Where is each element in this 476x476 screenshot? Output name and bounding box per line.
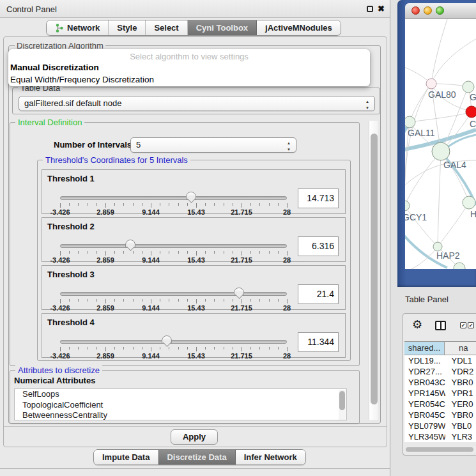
network-canvas[interactable]: GAL80GACGAL11GAL4GCY1HHAP2 <box>405 19 476 269</box>
number-of-intervals-combo[interactable]: 5 ▲▼ <box>130 137 296 153</box>
threshold-slider[interactable]: -3.4262.8599.14415.4321.71528 <box>60 338 287 357</box>
network-edge[interactable] <box>410 112 472 122</box>
slider-track[interactable] <box>60 196 287 200</box>
slider-track[interactable] <box>60 340 287 344</box>
network-edge[interactable] <box>405 247 438 269</box>
network-node[interactable] <box>463 81 474 93</box>
slider-tick <box>269 251 270 254</box>
table-cell[interactable]: YDL19... <box>404 355 445 366</box>
checkbox-icon[interactable]: ✓ <box>460 322 466 328</box>
bottom-tab-infer-network[interactable]: Infer Network <box>236 450 305 464</box>
gear-icon[interactable]: ⚙ <box>412 319 422 330</box>
threshold-slider[interactable]: -3.4262.8599.14415.4321.71528 <box>60 194 287 213</box>
minimize-traffic-light-icon[interactable] <box>424 6 432 15</box>
numerical-attributes-label: Numerical Attributes <box>14 376 95 385</box>
table-horizontal-scrollbar[interactable] <box>405 447 476 452</box>
table-data-combo[interactable]: galFiltered.sif default node ▲▼ <box>19 96 375 111</box>
slider-tick <box>88 347 88 349</box>
tab-cyni-toolbox[interactable]: Cyni Toolbox <box>188 20 257 35</box>
table-cell[interactable]: YBR043C <box>404 377 445 388</box>
table-cell[interactable]: YER0 <box>445 399 476 410</box>
tab-jactivemnodules[interactable]: jActiveMNodules <box>257 20 341 35</box>
table-cell[interactable]: YBR0 <box>445 410 476 420</box>
apply-button[interactable]: Apply <box>171 429 218 445</box>
network-node[interactable] <box>466 106 476 118</box>
slider-track[interactable] <box>60 292 287 296</box>
table-row[interactable]: YBR045CYBR0 <box>404 410 476 420</box>
network-node[interactable] <box>405 201 410 211</box>
network-edge[interactable] <box>405 151 441 206</box>
slider-thumb[interactable] <box>234 288 244 296</box>
table-cell[interactable]: YBL079W <box>404 420 445 431</box>
tab-style[interactable]: Style <box>109 20 146 35</box>
threshold-value-field[interactable]: 11.344 <box>298 332 339 352</box>
slider-tick <box>287 251 288 256</box>
algorithm-popup-item[interactable]: Equal Width/Frequency Discretization <box>10 75 154 84</box>
attribute-item[interactable]: TopologicalCoefficient <box>15 400 346 411</box>
threshold-value-field[interactable]: 14.713 <box>298 188 339 208</box>
table-cell[interactable]: YPR145W <box>404 388 445 399</box>
table-cell[interactable]: YLR3 <box>445 431 476 442</box>
slider-tick <box>60 203 61 208</box>
network-edge[interactable] <box>431 39 476 84</box>
tab-network[interactable]: Network <box>47 20 109 35</box>
close-icon[interactable]: ✖ <box>378 4 385 13</box>
table-cell[interactable]: YDR27... <box>404 366 445 377</box>
table-row[interactable]: YDL19...YDL1 <box>404 355 476 366</box>
table-cell[interactable]: YDL1 <box>445 355 476 366</box>
attribute-item[interactable]: BetweennessCentrality <box>15 410 346 420</box>
network-node[interactable] <box>433 242 442 251</box>
network-window[interactable]: GAL80GACGAL11GAL4GCY1HHAP2 <box>397 0 476 287</box>
table-cell[interactable]: YPR1 <box>445 388 476 399</box>
table-column-header[interactable]: shared... <box>404 342 445 355</box>
table-row[interactable]: YPR145WYPR1 <box>404 388 476 399</box>
table-column-header[interactable]: na <box>445 342 476 355</box>
slider-thumb[interactable] <box>125 240 135 248</box>
attributes-scrollbar[interactable] <box>339 390 346 420</box>
slider-tick <box>123 299 124 302</box>
table-row[interactable]: YLR345WYLR3 <box>404 431 476 442</box>
slider-thumb[interactable] <box>162 335 172 344</box>
table-row[interactable]: YER054CYER0 <box>404 399 476 410</box>
network-node[interactable] <box>432 142 450 160</box>
slider-track[interactable] <box>60 244 287 248</box>
tab-label: Cyni Toolbox <box>196 23 248 33</box>
attribute-item[interactable]: SelfLoops <box>15 389 346 400</box>
threshold-slider[interactable]: -3.4262.8599.14415.4321.71528 <box>60 290 287 309</box>
threshold-value-field[interactable]: 21.4 <box>298 284 339 304</box>
slider-tick-label: 2.859 <box>96 304 114 312</box>
threshold-label: Threshold 2 <box>47 222 95 231</box>
network-node[interactable] <box>463 196 475 209</box>
control-panel: Control Panel ✖ NetworkStyleSelectCyni T… <box>0 0 390 476</box>
slider-tick <box>233 203 233 206</box>
table-row[interactable]: YBL079WYBL0 <box>404 420 476 431</box>
table-cell[interactable]: YBR045C <box>404 410 445 420</box>
close-traffic-light-icon[interactable] <box>411 6 420 15</box>
slider-tick <box>142 251 142 254</box>
table-cell[interactable]: YBR0 <box>445 377 476 388</box>
table-row[interactable]: YDR27...YDR2 <box>404 366 476 377</box>
network-window-titlebar[interactable] <box>405 3 476 19</box>
panel-vertical-scrollbar[interactable] <box>369 121 378 420</box>
table-cell[interactable]: YBL0 <box>445 420 476 431</box>
algorithm-popup-item[interactable]: Manual Discretization <box>10 63 99 72</box>
table-row[interactable]: YBR043CYBR0 <box>404 377 476 388</box>
table-cell[interactable]: YDR2 <box>445 366 476 377</box>
zoom-traffic-light-icon[interactable] <box>436 6 444 15</box>
network-node[interactable] <box>405 116 415 128</box>
table-cell[interactable]: YLR345W <box>404 431 445 442</box>
checkbox-icon[interactable]: ✓ <box>468 322 474 328</box>
network-edge[interactable] <box>438 203 469 247</box>
table-cell[interactable]: YER054C <box>404 399 445 410</box>
network-node[interactable] <box>426 79 436 89</box>
bottom-tab-discretize-data[interactable]: Discretize Data <box>158 450 235 464</box>
slider-thumb[interactable] <box>186 192 196 200</box>
threshold-value-field[interactable]: 6.316 <box>298 236 339 256</box>
threshold-slider[interactable]: -3.4262.8599.14415.4321.71528 <box>60 242 287 261</box>
network-node[interactable] <box>454 263 465 269</box>
network-edge[interactable] <box>431 19 447 84</box>
float-window-icon[interactable] <box>367 6 373 12</box>
tab-select[interactable]: Select <box>146 20 187 35</box>
column-layout-icon[interactable] <box>435 321 446 330</box>
bottom-tab-impute-data[interactable]: Impute Data <box>94 450 158 464</box>
